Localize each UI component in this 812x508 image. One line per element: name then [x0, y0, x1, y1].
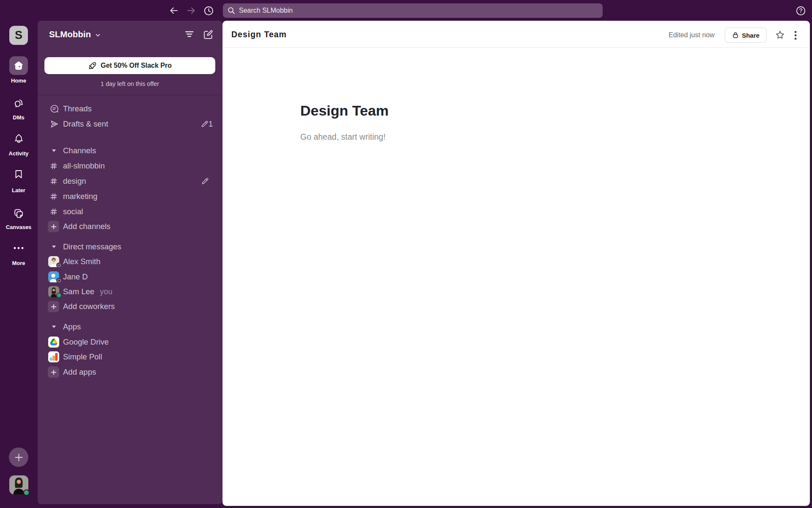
svg-text:?: ? [799, 7, 803, 14]
